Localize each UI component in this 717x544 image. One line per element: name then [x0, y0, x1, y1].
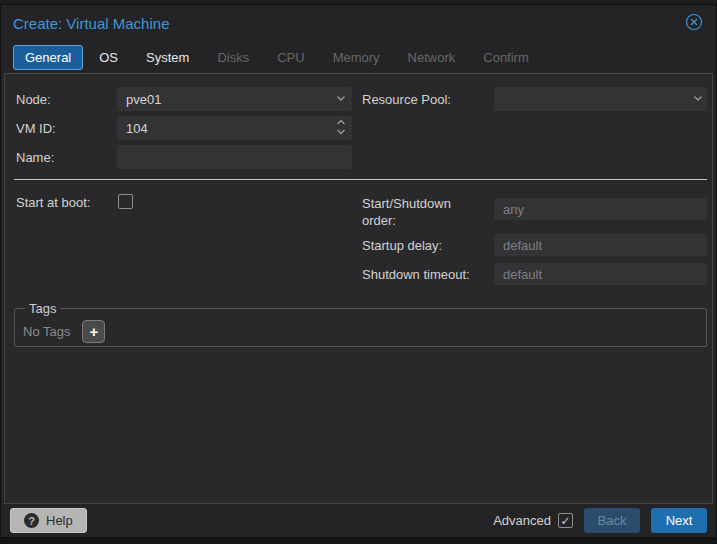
- advanced-toggle: Advanced ✓: [493, 513, 573, 528]
- dialog-header: Create: Virtual Machine: [1, 5, 716, 41]
- start-at-boot-label: Start at boot:: [16, 195, 90, 210]
- chevron-down-icon: [335, 92, 347, 107]
- tab-disks: Disks: [205, 45, 261, 70]
- name-input[interactable]: [117, 145, 352, 169]
- question-circle-icon: ?: [24, 513, 39, 528]
- close-icon: [685, 13, 703, 34]
- node-dropdown-trigger[interactable]: [330, 87, 352, 111]
- tags-fieldset: Tags No Tags +: [14, 301, 707, 347]
- next-button[interactable]: Next: [651, 508, 707, 533]
- no-tags-text: No Tags: [23, 324, 70, 339]
- dialog-footer: ? Help Advanced ✓ Back Next: [1, 504, 716, 537]
- help-button[interactable]: ? Help: [10, 508, 87, 533]
- tags-row: No Tags +: [23, 318, 698, 344]
- tab-memory: Memory: [321, 45, 392, 70]
- spinner-up-down-icon: [335, 118, 347, 139]
- name-field[interactable]: [117, 145, 352, 169]
- tab-network: Network: [396, 45, 468, 70]
- vmid-label: VM ID:: [16, 121, 56, 136]
- general-form-panel: Node: Resource Pool: VM ID:: [4, 73, 713, 504]
- tags-legend: Tags: [25, 301, 60, 316]
- help-button-label: Help: [46, 513, 73, 528]
- section-divider: [14, 179, 707, 180]
- tab-confirm: Confirm: [471, 45, 541, 70]
- tab-cpu: CPU: [265, 45, 316, 70]
- resource-pool-label: Resource Pool:: [362, 92, 451, 107]
- shutdown-timeout-label: Shutdown timeout:: [362, 267, 470, 282]
- back-button[interactable]: Back: [584, 508, 640, 533]
- checkmark-icon: ✓: [560, 514, 570, 528]
- node-label: Node:: [16, 92, 51, 107]
- chevron-down-icon: [692, 92, 704, 107]
- dialog-title: Create: Virtual Machine: [13, 15, 684, 32]
- vmid-field[interactable]: [117, 116, 352, 140]
- startup-delay-input[interactable]: [494, 234, 707, 256]
- shutdown-timeout-field[interactable]: [494, 263, 707, 285]
- startup-delay-field[interactable]: [494, 234, 707, 256]
- create-vm-dialog: Create: Virtual Machine General OS Syste…: [0, 4, 717, 538]
- advanced-checkbox[interactable]: ✓: [558, 513, 573, 528]
- vmid-spinner[interactable]: [330, 116, 352, 140]
- shutdown-timeout-input[interactable]: [494, 263, 707, 285]
- startup-order-input[interactable]: [494, 198, 707, 220]
- advanced-label: Advanced: [493, 513, 551, 528]
- resource-pool-input[interactable]: [494, 87, 688, 111]
- tab-os[interactable]: OS: [87, 45, 130, 70]
- close-button[interactable]: [684, 13, 704, 33]
- start-at-boot-checkbox[interactable]: [118, 194, 133, 209]
- plus-icon: +: [90, 324, 99, 339]
- startup-delay-label: Startup delay:: [362, 238, 442, 253]
- wizard-tabbar: General OS System Disks CPU Memory Netwo…: [1, 41, 716, 73]
- startup-order-field[interactable]: [494, 198, 707, 220]
- resource-pool-dropdown-trigger[interactable]: [688, 87, 707, 111]
- resource-pool-combobox[interactable]: [494, 87, 707, 111]
- vmid-input[interactable]: [117, 116, 330, 140]
- tab-general[interactable]: General: [13, 45, 83, 70]
- node-input[interactable]: [117, 87, 330, 111]
- name-label: Name:: [16, 150, 54, 165]
- tab-system[interactable]: System: [134, 45, 201, 70]
- node-combobox[interactable]: [117, 87, 352, 111]
- add-tag-button[interactable]: +: [82, 320, 105, 343]
- background-page-bottom: [0, 538, 717, 544]
- startup-order-label: Start/Shutdown order:: [362, 195, 487, 229]
